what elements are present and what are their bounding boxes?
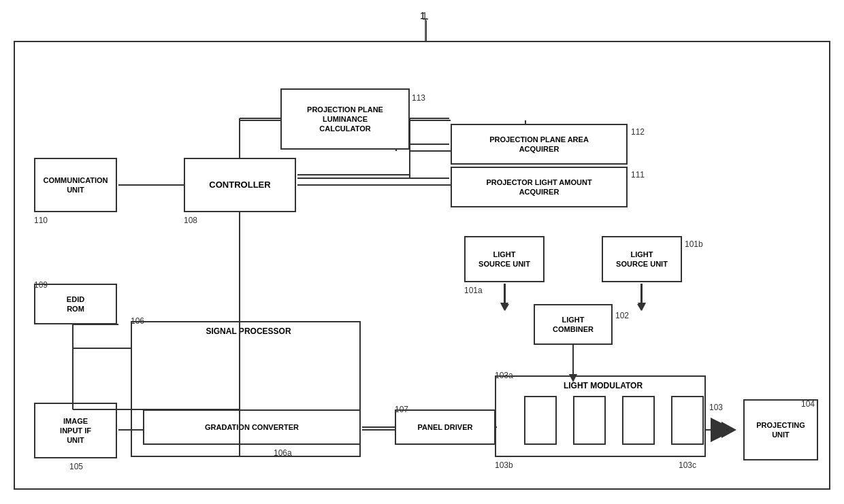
ref-107: 107 [395,405,408,414]
svg-marker-17 [637,304,645,311]
ref-101a: 101a [464,286,483,295]
ref-104: 104 [801,399,815,409]
gradation-converter-block: GRADATION CONVERTER [143,409,361,445]
ref-1-line [426,20,427,41]
ref-113: 113 [412,93,425,103]
pla-acquirer-block: PROJECTOR LIGHT AMOUNT ACQUIRER [451,167,628,207]
ref-112: 112 [631,127,645,137]
ref-109: 109 [34,280,48,290]
communication-unit-block: COMMUNICATION UNIT [34,158,117,212]
ref-101b: 101b [685,239,703,249]
modulator-panel-2 [573,396,606,445]
controller-block: CONTROLLER [184,158,296,212]
ref-103a: 103a [495,371,513,380]
diagram-container: 1 [0,0,844,504]
modulator-panel-3 [622,396,655,445]
ref-111: 111 [631,170,645,180]
image-input-if-block: IMAGE INPUT IF UNIT [34,403,117,458]
ref-102: 102 [615,311,629,320]
ppl-calc-block: PROJECTION PLANE LUMINANCE CALCULATOR [280,88,410,150]
panel-driver-block: PANEL DRIVER [395,409,496,445]
edid-rom-block: EDID ROM [34,284,117,324]
light-source-1-block: LIGHT SOURCE UNIT [464,236,545,282]
ref-103b: 103b [495,460,513,470]
arrow-to-projecting [711,418,735,442]
ref-main-label: 1 [420,10,425,21]
svg-marker-46 [638,303,646,311]
svg-marker-15 [501,304,509,311]
ref-103c: 103c [679,460,696,470]
svg-marker-44 [500,303,508,311]
ref-110: 110 [34,216,48,225]
light-source-2-block: LIGHT SOURCE UNIT [602,236,682,282]
ppa-acquirer-block: PROJECTION PLANE AREA ACQUIRER [451,124,628,165]
ref-106: 106 [131,316,144,326]
ref-103: 103 [709,403,723,412]
modulator-panel-1 [524,396,557,445]
ref-106a: 106a [274,448,292,458]
main-box: COMMUNICATION UNIT 110 CONTROLLER 108 PR… [14,41,830,490]
ref-108: 108 [184,216,197,225]
ref-105: 105 [69,462,83,471]
modulator-panel-4 [671,396,704,445]
light-combiner-block: LIGHT COMBINER [534,304,613,345]
